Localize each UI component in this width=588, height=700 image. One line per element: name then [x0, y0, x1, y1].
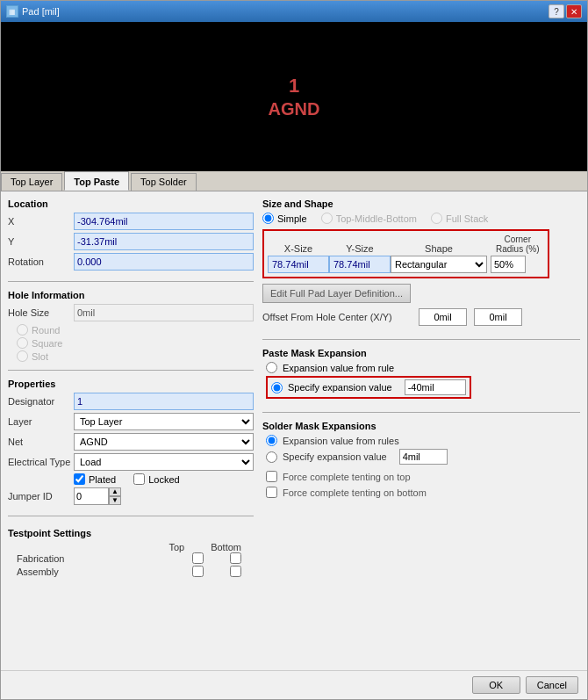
content-area: Location X Y Rotation Hole Information	[1, 191, 587, 670]
designator-input[interactable]	[74, 393, 254, 410]
hole-info-title: Hole Information	[8, 290, 254, 300]
paste-from-rule-radio[interactable]	[266, 362, 277, 373]
plated-label: Plated	[89, 474, 116, 485]
fabrication-bottom-checkbox[interactable]	[230, 552, 241, 564]
solder-specify-item[interactable]: Specify expansion value	[266, 449, 580, 465]
solder-specify-input[interactable]	[399, 449, 448, 465]
fabrication-checks	[192, 552, 254, 564]
round-radio-item[interactable]: Round	[17, 324, 254, 336]
x-input[interactable]	[74, 213, 254, 230]
assembly-top-checkbox[interactable]	[192, 566, 204, 577]
slot-label: Slot	[32, 351, 48, 362]
force-bottom-item: Force complete tenting on bottom	[266, 487, 580, 498]
paste-specify-item[interactable]: Specify expansion value	[266, 376, 471, 399]
force-top-checkbox[interactable]	[266, 471, 277, 482]
solder-from-rules-radio[interactable]	[266, 435, 277, 446]
y-input[interactable]	[74, 233, 254, 250]
locked-item: Locked	[133, 473, 179, 485]
size-table: X-Size 78.74mil Y-Size 78.74mil Shape Re…	[262, 229, 549, 278]
bottom-col-header: Bottom	[211, 542, 241, 552]
designator-label: Designator	[8, 396, 74, 407]
shape-mode-row: Simple Top-Middle-Bottom Full Stack	[262, 213, 580, 224]
jumper-spinner: ▲ ▼	[109, 487, 121, 505]
designator-row: Designator	[8, 393, 254, 410]
full-stack-radio[interactable]	[431, 213, 442, 224]
edit-btn-row: Edit Full Pad Layer Definition...	[262, 284, 580, 303]
plated-checkbox[interactable]	[74, 473, 85, 485]
top-middle-radio[interactable]	[321, 213, 333, 224]
offset-y-input[interactable]	[474, 308, 522, 326]
full-stack-radio-item[interactable]: Full Stack	[431, 213, 488, 224]
rotation-input[interactable]	[74, 253, 254, 271]
properties-title: Properties	[8, 379, 254, 389]
paste-specify-radio[interactable]	[271, 382, 283, 393]
paste-from-rule-label: Expansion value from rule	[283, 363, 394, 373]
square-radio-item[interactable]: Square	[17, 337, 254, 349]
assembly-bottom-checkbox[interactable]	[230, 566, 241, 577]
paste-mask-options: Expansion value from rule Specify expans…	[262, 362, 580, 399]
y-size-header: Y-Size	[341, 243, 378, 256]
solder-from-rules-item[interactable]: Expansion value from rules	[266, 435, 580, 446]
layer-row: Layer Top Layer	[8, 413, 254, 430]
location-section: Location X Y Rotation	[8, 198, 254, 273]
force-bottom-label: Force complete tenting on bottom	[283, 487, 427, 498]
jumper-row: Jumper ID ▲ ▼	[8, 487, 254, 505]
left-panel: Location X Y Rotation Hole Information	[8, 198, 254, 663]
y-size-value: 78.74mil	[329, 256, 391, 273]
hole-size-input[interactable]	[74, 304, 254, 321]
slot-radio-item[interactable]: Slot	[17, 350, 254, 362]
fabrication-top-checkbox[interactable]	[192, 552, 204, 564]
simple-radio[interactable]	[262, 213, 274, 224]
paste-specify-input[interactable]	[405, 379, 466, 395]
hole-type-group: Round Square Slot	[8, 324, 254, 362]
window-title: Pad [mil]	[22, 6, 60, 17]
ok-button[interactable]: OK	[472, 676, 520, 694]
fabrication-row: Fabrication	[8, 552, 254, 564]
rotation-row: Rotation	[8, 253, 254, 271]
locked-checkbox[interactable]	[133, 473, 145, 485]
paste-from-rule-item[interactable]: Expansion value from rule	[266, 362, 580, 373]
y-label: Y	[8, 236, 74, 247]
y-row: Y	[8, 233, 254, 250]
window-icon: ▦	[6, 5, 18, 18]
tab-top-layer[interactable]: Top Layer	[1, 173, 62, 191]
main-window: ▦ Pad [mil] ? ✕ 1 AGND Top Layer Top Pas…	[0, 0, 588, 700]
corner-input[interactable]	[491, 256, 526, 273]
testpoint-col-headers: Top Bottom	[169, 542, 254, 552]
square-radio[interactable]	[17, 337, 28, 349]
solder-mask-title: Solder Mask Expansions	[262, 421, 580, 431]
close-button[interactable]: ✕	[566, 4, 582, 18]
tab-top-solder[interactable]: Top Solder	[131, 173, 197, 191]
assembly-row: Assembly	[8, 566, 254, 577]
electrical-dropdown[interactable]: Load	[74, 453, 254, 471]
tab-top-paste[interactable]: Top Paste	[64, 171, 129, 191]
shape-dropdown[interactable]: Rectangular Round Octagonal Rounded Rect…	[391, 256, 487, 273]
hole-size-label: Hole Size	[8, 307, 74, 318]
spin-down[interactable]: ▼	[109, 496, 121, 505]
testpoint-section: Testpoint Settings Top Bottom Fabricatio…	[8, 528, 254, 579]
spin-up[interactable]: ▲	[109, 487, 121, 496]
rotation-label: Rotation	[8, 256, 74, 267]
cancel-button[interactable]: Cancel	[526, 676, 578, 694]
top-middle-radio-item[interactable]: Top-Middle-Bottom	[321, 213, 417, 224]
preview-area: 1 AGND	[1, 22, 587, 171]
plated-item: Plated	[74, 473, 116, 485]
tab-bar: Top Layer Top Paste Top Solder	[1, 171, 587, 191]
round-radio[interactable]	[17, 324, 28, 336]
solder-specify-radio[interactable]	[266, 451, 277, 463]
solder-specify-label: Specify expansion value	[283, 451, 387, 462]
hole-info-section: Hole Information Hole Size Round Square	[8, 290, 254, 362]
preview-number: 1	[289, 75, 299, 97]
simple-radio-item[interactable]: Simple	[262, 213, 307, 224]
help-button[interactable]: ?	[549, 4, 564, 18]
slot-radio[interactable]	[17, 350, 28, 362]
jumper-input[interactable]	[74, 487, 109, 505]
force-bottom-checkbox[interactable]	[266, 487, 277, 498]
offset-x-input[interactable]	[419, 308, 467, 326]
net-dropdown[interactable]: AGND	[74, 433, 254, 451]
preview-text: AGND	[269, 99, 320, 119]
edit-pad-btn[interactable]: Edit Full Pad Layer Definition...	[262, 284, 411, 303]
testpoint-title: Testpoint Settings	[8, 528, 254, 538]
force-top-label: Force complete tenting on top	[283, 472, 411, 482]
layer-dropdown[interactable]: Top Layer	[74, 413, 254, 430]
